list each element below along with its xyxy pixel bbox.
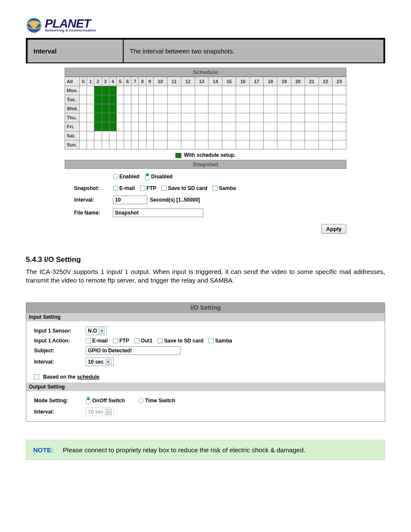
schedule-cell[interactable] [250, 140, 264, 149]
schedule-cell[interactable] [181, 86, 195, 95]
schedule-cell[interactable] [146, 113, 153, 122]
schedule-cell[interactable] [181, 122, 195, 131]
schedule-cell[interactable] [109, 95, 116, 104]
schedule-cell[interactable] [139, 104, 146, 113]
schedule-cell[interactable] [209, 86, 222, 95]
schedule-cell[interactable] [236, 122, 250, 131]
chk-action-out1[interactable]: Out1 [134, 338, 153, 344]
schedule-cell[interactable] [264, 86, 277, 95]
schedule-cell[interactable] [236, 140, 250, 149]
schedule-cell[interactable] [153, 140, 167, 149]
schedule-cell[interactable] [209, 131, 222, 140]
schedule-cell[interactable] [116, 86, 124, 95]
schedule-cell[interactable] [167, 104, 181, 113]
schedule-cell[interactable] [131, 131, 139, 140]
schedule-cell[interactable] [277, 104, 291, 113]
schedule-cell[interactable] [94, 86, 102, 95]
schedule-cell[interactable] [139, 113, 146, 122]
schedule-cell[interactable] [236, 131, 250, 140]
schedule-cell[interactable] [264, 95, 277, 104]
schedule-cell[interactable] [222, 140, 236, 149]
schedule-cell[interactable] [250, 104, 264, 113]
schedule-cell[interactable] [264, 104, 277, 113]
chk-action-samba[interactable]: Samba [209, 338, 232, 344]
schedule-cell[interactable] [146, 131, 153, 140]
schedule-cell[interactable] [209, 113, 222, 122]
schedule-cell[interactable] [264, 131, 277, 140]
schedule-cell[interactable] [131, 140, 139, 149]
schedule-cell[interactable] [139, 86, 146, 95]
schedule-cell[interactable] [277, 113, 291, 122]
schedule-cell[interactable] [305, 113, 319, 122]
schedule-cell[interactable] [318, 140, 332, 149]
schedule-grid[interactable]: All0123456789101112131415161718192021222… [65, 77, 346, 149]
schedule-cell[interactable] [250, 122, 264, 131]
schedule-cell[interactable] [102, 113, 109, 122]
schedule-cell[interactable] [236, 86, 250, 95]
schedule-cell[interactable] [264, 113, 277, 122]
schedule-cell[interactable] [318, 86, 332, 95]
schedule-cell[interactable] [195, 113, 209, 122]
schedule-cell[interactable] [291, 104, 305, 113]
radio-time[interactable]: Time Switch [139, 398, 175, 404]
schedule-cell[interactable] [209, 122, 222, 131]
schedule-cell[interactable] [291, 131, 305, 140]
schedule-cell[interactable] [305, 86, 319, 95]
radio-disabled[interactable]: Disabled [145, 172, 173, 181]
schedule-cell[interactable] [94, 122, 102, 131]
schedule-cell[interactable] [94, 140, 102, 149]
schedule-cell[interactable] [167, 122, 181, 131]
schedule-cell[interactable] [131, 113, 139, 122]
schedule-cell[interactable] [124, 122, 131, 131]
schedule-cell[interactable] [181, 113, 195, 122]
schedule-cell[interactable] [250, 113, 264, 122]
schedule-cell[interactable] [277, 95, 291, 104]
schedule-cell[interactable] [131, 86, 139, 95]
schedule-cell[interactable] [146, 86, 153, 95]
schedule-cell[interactable] [195, 122, 209, 131]
schedule-cell[interactable] [131, 95, 139, 104]
radio-onoff[interactable]: OnOff Switch [86, 396, 125, 405]
interval-input[interactable] [113, 196, 147, 204]
chk-action-email[interactable]: E-mail [86, 338, 108, 344]
schedule-cell[interactable] [80, 131, 87, 140]
schedule-cell[interactable] [153, 131, 167, 140]
schedule-cell[interactable] [102, 122, 109, 131]
schedule-cell[interactable] [332, 131, 346, 140]
schedule-cell[interactable] [116, 122, 124, 131]
schedule-cell[interactable] [124, 95, 131, 104]
schedule-cell[interactable] [222, 131, 236, 140]
schedule-cell[interactable] [87, 140, 94, 149]
schedule-cell[interactable] [236, 95, 250, 104]
schedule-cell[interactable] [332, 86, 346, 95]
schedule-cell[interactable] [305, 140, 319, 149]
schedule-cell[interactable] [195, 131, 209, 140]
schedule-cell[interactable] [305, 122, 319, 131]
schedule-cell[interactable] [291, 86, 305, 95]
schedule-cell[interactable] [236, 104, 250, 113]
schedule-cell[interactable] [116, 113, 124, 122]
schedule-cell[interactable] [102, 104, 109, 113]
schedule-cell[interactable] [167, 140, 181, 149]
schedule-cell[interactable] [102, 131, 109, 140]
schedule-cell[interactable] [87, 95, 94, 104]
schedule-cell[interactable] [236, 113, 250, 122]
schedule-cell[interactable] [264, 140, 277, 149]
schedule-cell[interactable] [318, 104, 332, 113]
schedule-cell[interactable] [80, 122, 87, 131]
schedule-cell[interactable] [94, 104, 102, 113]
schedule-cell[interactable] [167, 95, 181, 104]
schedule-cell[interactable] [318, 131, 332, 140]
schedule-cell[interactable] [318, 122, 332, 131]
chk-ftp[interactable]: FTP [140, 185, 156, 191]
schedule-cell[interactable] [222, 122, 236, 131]
schedule-cell[interactable] [332, 140, 346, 149]
schedule-cell[interactable] [332, 122, 346, 131]
schedule-cell[interactable] [222, 86, 236, 95]
schedule-cell[interactable] [146, 140, 153, 149]
schedule-cell[interactable] [87, 122, 94, 131]
schedule-cell[interactable] [153, 113, 167, 122]
schedule-cell[interactable] [277, 140, 291, 149]
schedule-cell[interactable] [181, 131, 195, 140]
schedule-cell[interactable] [80, 140, 87, 149]
